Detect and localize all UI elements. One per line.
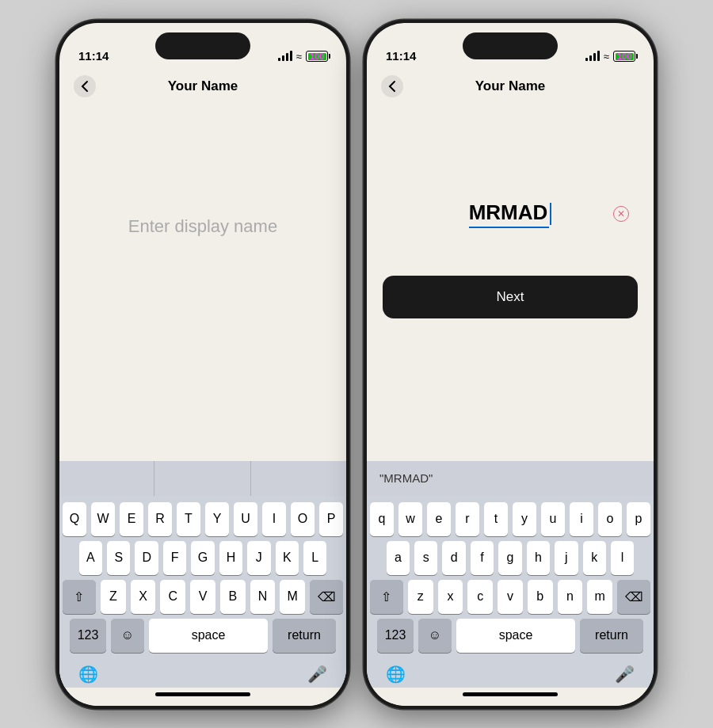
bottom-bar-left: 🌐 🎤: [59, 661, 346, 688]
key-a[interactable]: a: [387, 541, 410, 575]
battery-icon-right: 100: [613, 51, 638, 62]
key-K[interactable]: K: [276, 541, 299, 575]
key-T[interactable]: T: [177, 502, 200, 536]
key-u[interactable]: u: [541, 502, 565, 536]
key-d[interactable]: d: [442, 541, 465, 575]
key-V[interactable]: V: [190, 580, 215, 614]
shift-key-right[interactable]: ⇧: [370, 580, 403, 614]
key-w[interactable]: w: [398, 502, 422, 536]
key-o[interactable]: o: [598, 502, 622, 536]
key-e[interactable]: e: [427, 502, 451, 536]
key-n[interactable]: n: [558, 580, 583, 614]
key-A[interactable]: A: [79, 541, 102, 575]
key-F[interactable]: F: [163, 541, 186, 575]
key-X[interactable]: X: [131, 580, 156, 614]
key-f[interactable]: f: [471, 541, 494, 575]
key-G[interactable]: G: [191, 541, 214, 575]
return-key-right[interactable]: return: [580, 619, 643, 653]
autocomplete-section-3: [252, 461, 346, 496]
backspace-key-left[interactable]: ⌫: [310, 580, 343, 614]
key-row-4-left: 123 ☺ space return: [63, 619, 343, 653]
dynamic-island-left: [155, 32, 250, 59]
numbers-key-right[interactable]: 123: [377, 619, 414, 653]
autocomplete-section-1: [59, 461, 154, 496]
key-m[interactable]: m: [587, 580, 612, 614]
key-L[interactable]: L: [303, 541, 326, 575]
key-E[interactable]: E: [120, 502, 143, 536]
key-y[interactable]: y: [513, 502, 536, 536]
back-button-right[interactable]: [381, 75, 403, 97]
signal-icon-right: [585, 51, 600, 61]
dynamic-island-right: [463, 32, 558, 59]
key-p[interactable]: p: [627, 502, 650, 536]
autocomplete-suggestion[interactable]: "MRMAD": [379, 471, 433, 485]
text-cursor: [550, 203, 551, 225]
next-button[interactable]: Next: [383, 276, 638, 318]
shift-key-left[interactable]: ⇧: [63, 580, 96, 614]
wifi-icon-right: ≈: [604, 51, 609, 63]
key-H[interactable]: H: [219, 541, 242, 575]
key-h[interactable]: h: [527, 541, 550, 575]
key-Y[interactable]: Y: [205, 502, 229, 536]
key-O[interactable]: O: [291, 502, 315, 536]
globe-icon-right[interactable]: 🌐: [386, 665, 406, 684]
key-R[interactable]: R: [148, 502, 172, 536]
key-x[interactable]: x: [438, 580, 463, 614]
key-N[interactable]: N: [250, 580, 276, 614]
key-row-2-left: A S D F G H J K L: [63, 541, 343, 575]
clear-button[interactable]: ✕: [612, 205, 630, 223]
key-U[interactable]: U: [234, 502, 257, 536]
key-I[interactable]: I: [262, 502, 286, 536]
input-display-container: MRMAD ✕: [383, 200, 638, 228]
key-s[interactable]: s: [414, 541, 437, 575]
key-row-1-left: Q W E R T Y U I O P: [63, 502, 343, 536]
key-Z[interactable]: Z: [101, 580, 126, 614]
signal-icon-left: [278, 51, 292, 61]
phone-bottom-right: 🌐 🎤: [367, 661, 654, 706]
key-k[interactable]: k: [583, 541, 606, 575]
key-g[interactable]: g: [498, 541, 521, 575]
home-indicator-right: [463, 692, 558, 696]
space-key-left[interactable]: space: [149, 619, 268, 653]
phone-bottom-left: 🌐 🎤: [59, 661, 346, 706]
key-l[interactable]: l: [611, 541, 634, 575]
key-b[interactable]: b: [528, 580, 553, 614]
key-i[interactable]: i: [570, 502, 593, 536]
backspace-key-right[interactable]: ⌫: [617, 580, 650, 614]
key-row-2-right: a s d f g h j k l: [370, 541, 650, 575]
space-key-right[interactable]: space: [456, 619, 575, 653]
keyboard-right: q w e r t y u i o p a s d f g h j k: [367, 496, 654, 661]
key-c[interactable]: c: [467, 580, 493, 614]
emoji-key-right[interactable]: ☺: [418, 619, 452, 653]
mic-icon-right[interactable]: 🎤: [615, 665, 635, 684]
key-M[interactable]: M: [280, 580, 305, 614]
key-r[interactable]: r: [456, 502, 479, 536]
bottom-bar-right: 🌐 🎤: [367, 661, 654, 688]
placeholder-left[interactable]: Enter display name: [128, 216, 277, 237]
key-t[interactable]: t: [484, 502, 508, 536]
phone-right: 11:14 ≈ 100: [364, 20, 657, 709]
key-q[interactable]: q: [370, 502, 394, 536]
key-W[interactable]: W: [91, 502, 115, 536]
autocomplete-bar-left: [59, 461, 346, 496]
emoji-key-left[interactable]: ☺: [111, 619, 144, 653]
key-v[interactable]: v: [498, 580, 523, 614]
key-C[interactable]: C: [160, 580, 185, 614]
key-S[interactable]: S: [107, 541, 130, 575]
numbers-key-left[interactable]: 123: [70, 619, 106, 653]
key-B[interactable]: B: [220, 580, 246, 614]
key-j[interactable]: j: [555, 541, 578, 575]
key-P[interactable]: P: [319, 502, 343, 536]
return-key-left[interactable]: return: [273, 619, 336, 653]
back-button-left[interactable]: [74, 75, 96, 97]
nav-title-right: Your Name: [475, 78, 546, 94]
key-D[interactable]: D: [135, 541, 158, 575]
mic-icon-left[interactable]: 🎤: [307, 665, 327, 684]
key-Q[interactable]: Q: [63, 502, 86, 536]
key-row-1-right: q w e r t y u i o p: [370, 502, 650, 536]
globe-icon-left[interactable]: 🌐: [78, 665, 98, 684]
key-J[interactable]: J: [247, 541, 270, 575]
key-row-4-right: 123 ☺ space return: [370, 619, 650, 653]
input-display-text[interactable]: MRMAD: [469, 200, 550, 228]
key-z[interactable]: z: [408, 580, 433, 614]
